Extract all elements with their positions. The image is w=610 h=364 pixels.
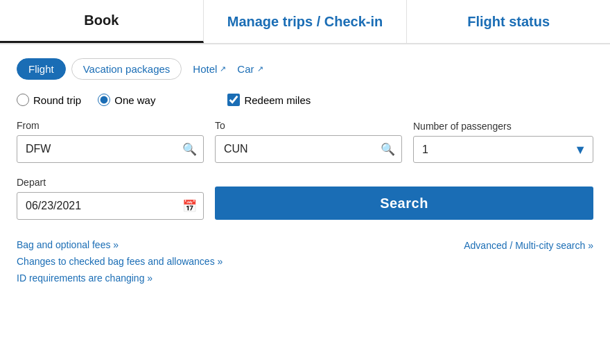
tab-manage-label: Manage trips / Check-in [227,14,383,30]
roundtrip-label[interactable]: Round trip [17,94,81,106]
sub-tabs-row: Flight Vacation packages Hotel ↗ Car ↗ [17,58,593,80]
depart-field-group: Depart 📅 [17,177,204,220]
tab-book[interactable]: Book [0,0,204,43]
external-link-icon: ↗ [220,64,226,73]
links-right: Advanced / Multi-city search » [464,239,593,284]
passengers-label: Number of passengers [413,121,593,132]
tab-book-label: Book [84,12,119,28]
to-input[interactable] [215,135,402,163]
to-input-wrap: 🔍 [215,135,402,163]
passengers-field-group: Number of passengers 1 2 3 4 5 ▼ [413,121,593,163]
bag-fees-link[interactable]: Bag and optional fees » [17,239,223,250]
to-field-group: To 🔍 [215,120,402,163]
tab-manage[interactable]: Manage trips / Check-in [204,0,408,43]
subtab-hotel[interactable]: Hotel ↗ [193,63,226,75]
oneway-radio[interactable] [98,94,110,106]
main-fields-row: From 🔍 To 🔍 Number of passengers 1 2 3 4 [17,120,593,163]
id-requirements-link[interactable]: ID requirements are changing » [17,272,223,284]
to-label: To [215,120,402,131]
top-navigation: Book Manage trips / Check-in Flight stat… [0,0,610,44]
tab-flightstatus[interactable]: Flight status [407,0,610,43]
subtab-flight[interactable]: Flight [17,58,66,80]
subtab-vacation[interactable]: Vacation packages [71,58,182,80]
bottom-links-row: Bag and optional fees » Changes to check… [17,239,593,284]
from-field-group: From 🔍 [17,120,204,163]
subtab-car[interactable]: Car ↗ [237,63,263,75]
redeem-miles-label[interactable]: Redeem miles [227,94,311,106]
passengers-select[interactable]: 1 2 3 4 5 [413,136,593,163]
redeem-miles-checkbox[interactable] [227,94,240,106]
depart-search-row: Depart 📅 Search [17,177,593,220]
from-input[interactable] [17,135,204,163]
search-button[interactable]: Search [215,187,593,220]
oneway-label[interactable]: One way [98,94,155,106]
from-label: From [17,120,204,131]
depart-input[interactable] [17,192,204,220]
main-content: Flight Vacation packages Hotel ↗ Car ↗ R… [0,44,610,297]
advanced-search-link[interactable]: Advanced / Multi-city search » [464,240,593,251]
links-left: Bag and optional fees » Changes to check… [17,239,223,284]
depart-label: Depart [17,177,204,188]
roundtrip-radio[interactable] [17,94,29,106]
from-input-wrap: 🔍 [17,135,204,163]
external-link-icon-car: ↗ [257,64,263,73]
checked-bag-link[interactable]: Changes to checked bag fees and allowanc… [17,256,223,267]
trip-type-row: Round trip One way Redeem miles [17,94,593,106]
depart-input-wrap: 📅 [17,192,204,220]
passengers-select-wrap: 1 2 3 4 5 ▼ [413,136,593,163]
tab-flightstatus-label: Flight status [467,14,550,30]
